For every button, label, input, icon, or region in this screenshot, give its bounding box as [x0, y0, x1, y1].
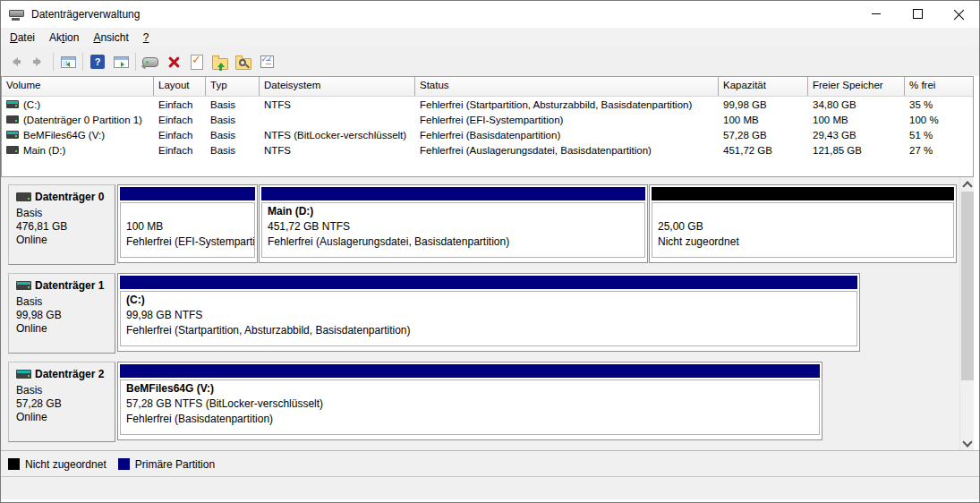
action-pane-button[interactable]: [110, 51, 132, 72]
disk-panel[interactable]: Datenträger 0 Basis 476,81 GB Online: [8, 184, 115, 265]
volume-layout: Einfach: [154, 127, 206, 142]
disk-type: Basis: [16, 207, 115, 220]
disk-panel[interactable]: Datenträger 2 Basis 57,28 GB Online: [8, 362, 115, 442]
disk-management-window: Datenträgerverwaltung Datei Aktion Ansic…: [0, 0, 980, 503]
column-header-dateisystem[interactable]: Dateisystem: [260, 77, 415, 96]
disk-type: Basis: [16, 295, 115, 309]
partition-color-bar: [120, 187, 255, 200]
legend-label: Nicht zugeordnet: [25, 458, 107, 471]
properties-button[interactable]: ✓✓: [256, 51, 277, 72]
volume-list-pane: Volume Layout Typ Dateisystem Status Kap…: [1, 76, 974, 177]
help-icon: ?: [90, 55, 105, 69]
volume-status: Fehlerfrei (Startpartition, Absturzabbil…: [415, 97, 719, 112]
partition[interactable]: Main (D:) 451,72 GB NTFS Fehlerfrei (Aus…: [259, 184, 648, 263]
console-tree-button[interactable]: [57, 51, 79, 72]
properties-icon: ✓✓: [260, 55, 274, 68]
maximize-icon: [913, 9, 923, 19]
partition-name: (C:): [126, 293, 856, 308]
open-icon: [212, 58, 228, 70]
scrollbar-up-button[interactable]: [960, 177, 974, 192]
volume-status: Fehlerfrei (Basisdatenpartition): [415, 127, 719, 142]
scrollbar-down-button[interactable]: [960, 436, 974, 450]
menu-datei[interactable]: Datei: [3, 28, 42, 47]
partition-status: Fehlerfrei (EFI-Systempartition): [126, 234, 254, 250]
explore-button[interactable]: [233, 51, 254, 72]
menu-ansicht[interactable]: Ansicht: [86, 28, 135, 47]
chevron-up-icon: [962, 181, 972, 191]
column-header-freier-speicher[interactable]: Freier Speicher: [808, 77, 905, 96]
vertical-scrollbar[interactable]: [959, 177, 974, 450]
partition[interactable]: 100 MB Fehlerfrei (EFI-Systempartition): [117, 184, 258, 263]
mark-active-button[interactable]: ✓: [186, 51, 208, 72]
open-button[interactable]: [209, 51, 231, 72]
disk-label: Datenträger 0: [35, 191, 104, 203]
partition-status: Fehlerfrei (Basisdatenpartition): [126, 412, 819, 427]
menu-bar: Datei Aktion Ansicht ?: [1, 28, 979, 47]
status-bar: [1, 476, 979, 499]
menu-aktion[interactable]: Aktion: [42, 28, 86, 47]
maximize-button[interactable]: [897, 1, 938, 27]
column-header-layout[interactable]: Layout: [154, 77, 206, 96]
menu-hilfe[interactable]: ?: [136, 28, 157, 47]
mark-active-icon: ✓: [191, 55, 203, 70]
close-button[interactable]: [938, 1, 979, 27]
volume-prozent-frei: 35 %: [905, 97, 974, 112]
table-header: Volume Layout Typ Dateisystem Status Kap…: [2, 77, 973, 97]
back-button[interactable]: [4, 51, 26, 72]
title-bar: Datenträgerverwaltung: [1, 1, 979, 28]
partition-info: 25,00 GB: [658, 219, 953, 234]
volume-dateisystem: [260, 112, 415, 127]
help-button[interactable]: ?: [87, 51, 108, 72]
minimize-button[interactable]: [856, 1, 897, 27]
unallocated-space[interactable]: 25,00 GB Nicht zugeordnet: [649, 184, 957, 263]
view-button[interactable]: [140, 51, 161, 72]
partition[interactable]: (C:) 99,98 GB NTFS Fehlerfrei (Startpart…: [117, 273, 860, 352]
column-header-typ[interactable]: Typ: [206, 77, 260, 96]
volume-drive-icon: [6, 131, 19, 139]
column-header-prozent-frei[interactable]: % frei: [905, 77, 974, 96]
unallocated-color-bar: [652, 187, 954, 200]
delete-volume-button[interactable]: [163, 51, 184, 72]
disk-row: Datenträger 0 Basis 476,81 GB Online 100…: [1, 184, 974, 265]
partition-name: BeMFiles64G (V:): [126, 381, 819, 396]
chevron-down-icon: [962, 437, 972, 447]
table-row[interactable]: (C:) Einfach Basis NTFS Fehlerfrei (Star…: [2, 97, 973, 112]
column-header-volume[interactable]: Volume: [2, 77, 154, 96]
legend-label: Primäre Partition: [135, 458, 215, 471]
volume-typ: Basis: [206, 127, 260, 142]
partition-color-bar: [261, 187, 645, 200]
forward-button[interactable]: [28, 51, 49, 72]
view-icon: [142, 57, 158, 67]
volume-prozent-frei: 27 %: [905, 142, 974, 158]
column-header-kapazitaet[interactable]: Kapazität: [719, 77, 808, 96]
window-controls: [856, 1, 979, 27]
partition-body: Main (D:) 451,72 GB NTFS Fehlerfrei (Aus…: [261, 202, 645, 258]
back-icon: [8, 56, 22, 67]
partition[interactable]: BeMFiles64G (V:) 57,28 GB NTFS (BitLocke…: [117, 362, 822, 440]
disk-icon: [16, 370, 31, 379]
graphical-view-pane: Datenträger 0 Basis 476,81 GB Online 100…: [1, 177, 974, 450]
disk-panel[interactable]: Datenträger 1 Basis 99,98 GB Online: [8, 273, 115, 354]
partition-body: BeMFiles64G (V:) 57,28 GB NTFS (BitLocke…: [120, 379, 820, 435]
partition-body: 25,00 GB Nicht zugeordnet: [652, 202, 954, 258]
volume-status: Fehlerfrei (Auslagerungsdatei, Basisdate…: [415, 142, 719, 158]
close-icon: [953, 9, 964, 20]
partition-status: Nicht zugeordnet: [658, 234, 953, 250]
toolbar-separator: [53, 53, 54, 71]
disk-size: 99,98 GB: [16, 309, 115, 322]
minimize-icon: [872, 13, 881, 14]
table-row[interactable]: (Datenträger 0 Partition 1) Einfach Basi…: [2, 112, 973, 127]
volume-prozent-frei: 100 %: [905, 112, 974, 127]
volume-status: Fehlerfrei (EFI-Systempartition): [415, 112, 719, 127]
disk-icon: [16, 192, 31, 201]
table-row[interactable]: Main (D:) Einfach Basis NTFS Fehlerfrei …: [2, 142, 973, 158]
volume-name: (Datenträger 0 Partition 1): [23, 115, 142, 125]
partition-name: [658, 204, 953, 219]
column-header-status[interactable]: Status: [415, 77, 719, 96]
scrollbar-thumb[interactable]: [961, 192, 974, 380]
toolbar: ? ✓ ✓✓: [1, 47, 979, 76]
volume-kapazitaet: 57,28 GB: [719, 127, 808, 142]
explore-icon: [235, 58, 251, 70]
legend-item-unallocated: Nicht zugeordnet: [8, 458, 107, 471]
table-row[interactable]: BeMFiles64G (V:) Einfach Basis NTFS (Bit…: [2, 127, 973, 142]
